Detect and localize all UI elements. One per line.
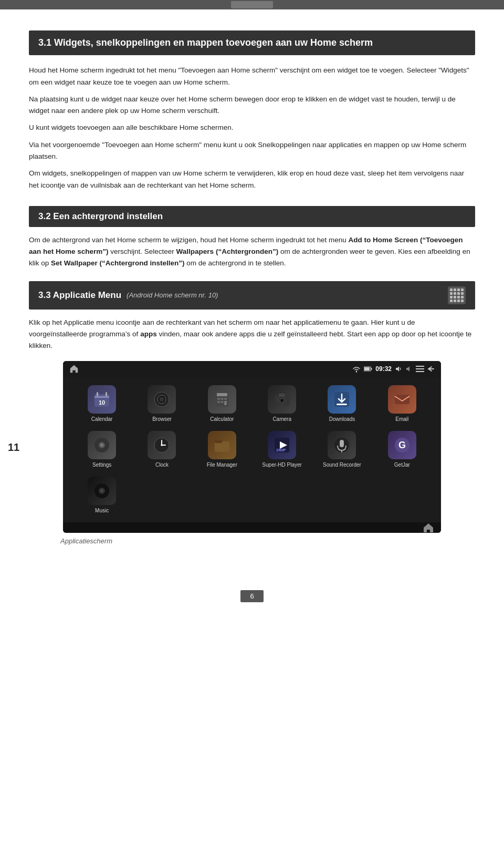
app-item-getjar[interactable]: GGetJar	[374, 431, 430, 468]
volume-icon2	[405, 366, 413, 372]
section-33-title: 3.3 Applicatie Menu	[38, 290, 121, 301]
svg-rect-7	[416, 371, 424, 372]
grid-icon	[448, 286, 466, 304]
home-icon	[69, 364, 79, 374]
app-label-calendar: Calendar	[91, 416, 113, 422]
svg-rect-1	[364, 367, 370, 370]
svg-point-28	[280, 398, 284, 403]
svg-rect-11	[106, 392, 107, 396]
app-label-filemanager: File Manager	[207, 462, 237, 468]
grid-dot	[457, 296, 460, 298]
app-icon-calculator	[208, 385, 236, 414]
section-33-para: Klik op het Applicatie menu icoontje aan…	[29, 317, 475, 352]
section-33-header: 3.3 Applicatie Menu (Android Home scherm…	[29, 281, 475, 310]
section-31-header: 3.1 Widgets, snelkoppelingen en mappen t…	[29, 30, 475, 55]
svg-rect-5	[416, 366, 424, 367]
svg-text:10: 10	[99, 399, 105, 406]
section-33-title-area: 3.3 Applicatie Menu (Android Home scherm…	[38, 290, 218, 301]
android-screen-wrapper: 11	[29, 361, 475, 533]
grid-dot	[454, 292, 456, 295]
section-33-subtitle: (Android Home scherm nr. 10)	[127, 291, 218, 299]
grid-dot	[461, 292, 464, 295]
app-icon-soundrecorder	[328, 431, 356, 459]
svg-marker-4	[406, 366, 410, 372]
app-item-superhd[interactable]: 2/60PSuper-HD Player	[254, 431, 310, 468]
grid-dot	[450, 292, 453, 295]
svg-rect-9	[94, 396, 109, 398]
back-icon	[427, 366, 435, 372]
app-label-calculator: Calculator	[210, 416, 234, 422]
app-icon-clock	[148, 431, 176, 459]
app-item-clock[interactable]: Clock	[133, 431, 190, 468]
grid-dot	[454, 300, 456, 302]
app-icon-settings	[88, 431, 116, 459]
app-label-music: Music	[95, 508, 109, 514]
grid-dot	[450, 300, 453, 302]
svg-rect-2	[371, 368, 372, 370]
app-label-soundrecorder: Sound Recorder	[323, 462, 361, 468]
status-bar-left	[69, 364, 79, 374]
app-label-browser: Browser	[152, 416, 172, 422]
svg-rect-21	[220, 398, 223, 400]
app-item-downloads[interactable]: Downloads	[313, 385, 370, 422]
section-32-title: 3.2 Een achtergrond instellen	[38, 211, 466, 222]
grid-dot	[454, 288, 456, 291]
grid-dot	[461, 288, 464, 291]
section-32-header: 3.2 Een achtergrond instellen	[29, 206, 475, 227]
volume-icon	[395, 366, 402, 372]
section-31-para2: Na plaatsing kunt u de widget naar keuze…	[29, 94, 475, 117]
app-icon-browser	[148, 385, 176, 414]
app-icon-camera	[268, 385, 296, 414]
app-icon-getjar: G	[388, 431, 416, 459]
app-item-calendar[interactable]: 10Calendar	[74, 385, 130, 422]
app-item-browser[interactable]: Browser	[133, 385, 190, 422]
app-item-soundrecorder[interactable]: Sound Recorder	[313, 431, 370, 468]
section-33: 3.3 Applicatie Menu (Android Home scherm…	[29, 281, 475, 545]
svg-rect-20	[217, 398, 220, 400]
app-item-filemanager[interactable]: File Manager	[194, 431, 250, 468]
status-time: 09:32	[375, 365, 392, 373]
wifi-icon	[352, 365, 361, 373]
app-item-camera[interactable]: Camera	[254, 385, 310, 422]
section-31-para3: U kunt widgets toevoegen aan alle beschi…	[29, 122, 475, 133]
svg-rect-19	[217, 393, 227, 396]
svg-rect-46	[340, 440, 344, 447]
grid-dot	[457, 300, 460, 302]
menu-icon	[416, 366, 424, 372]
app-item-email[interactable]: Email	[374, 385, 430, 422]
svg-text:G: G	[398, 440, 406, 450]
app-icon-music	[88, 477, 116, 505]
app-icon-downloads	[328, 385, 356, 414]
svg-rect-32	[395, 395, 410, 404]
svg-rect-10	[97, 392, 98, 396]
app-grid: 10CalendarBrowserCalculatorCameraDownloa…	[63, 377, 441, 522]
section-32: 3.2 Een achtergrond instellen Om de acht…	[29, 206, 475, 270]
app-icon-email	[388, 385, 416, 414]
status-bar-right: 09:32	[352, 365, 435, 373]
svg-rect-29	[279, 394, 285, 396]
home-dock-icon[interactable]	[422, 521, 435, 533]
app-item-calculator[interactable]: Calculator	[194, 385, 250, 422]
section-31-para5: Om widgets, snelkoppelingen of mappen va…	[29, 168, 475, 191]
section-31-para1: Houd het Home scherm ingedrukt tot het m…	[29, 65, 475, 88]
top-bar-inner	[231, 1, 273, 8]
app-label-clock: Clock	[155, 462, 169, 468]
bottom-bar: 6	[0, 590, 504, 602]
app-item-settings[interactable]: Settings	[74, 431, 130, 468]
app-item-music[interactable]: Music	[74, 477, 130, 514]
section-32-text: Om de achtergrond van het Home scherm te…	[29, 234, 475, 270]
svg-rect-22	[224, 398, 227, 400]
grid-dot	[450, 288, 453, 291]
grid-dot	[450, 296, 453, 298]
section-31-title: 3.1 Widgets, snelkoppelingen en mappen t…	[38, 37, 466, 49]
app-icon-calendar: 10	[88, 385, 116, 414]
app-label-downloads: Downloads	[329, 416, 355, 422]
svg-rect-41	[215, 440, 222, 443]
grid-dot	[457, 288, 460, 291]
svg-rect-6	[416, 368, 424, 369]
app-icon-superhd: 2/60P	[268, 431, 296, 459]
grid-dot	[461, 300, 464, 302]
svg-point-17	[160, 397, 164, 401]
app-label-getjar: GetJar	[394, 462, 410, 468]
page-number-bottom: 6	[240, 590, 263, 602]
